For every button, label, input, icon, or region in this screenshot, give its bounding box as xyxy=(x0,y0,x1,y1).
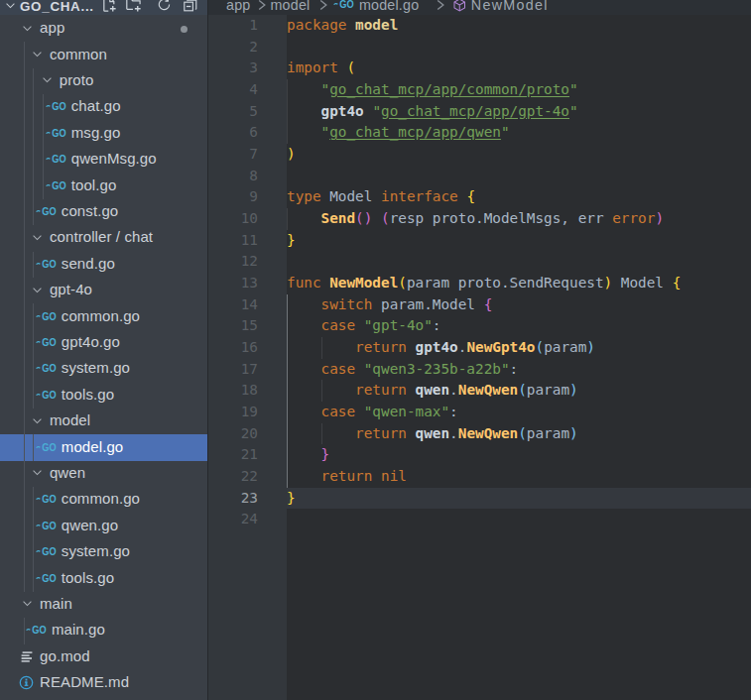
tree-item-label: go.mod xyxy=(40,647,90,664)
tree-folder-proto[interactable]: proto xyxy=(0,68,207,94)
tree-indent-guide xyxy=(33,68,34,225)
refresh-button[interactable] xyxy=(156,0,173,13)
tree-folder-gpt-4o[interactable]: gpt-4o xyxy=(0,278,207,303)
tree-file-tools.go[interactable]: GOtools.go xyxy=(0,383,207,408)
tree-file-chat.go[interactable]: GOchat.go xyxy=(0,94,207,120)
tree-file-readme.md[interactable]: README.md xyxy=(0,670,207,696)
tree-folder-qwen[interactable]: qwen xyxy=(0,461,207,487)
code-line-13[interactable]: func NewModel(param proto.SendRequest) M… xyxy=(287,273,681,294)
code-token: param xyxy=(527,425,569,441)
line-number[interactable]: 11 xyxy=(241,230,258,252)
code-token: NewGpt4o xyxy=(466,339,535,355)
explorer-section-header[interactable]: GO_CHA... xyxy=(0,0,207,15)
line-number[interactable]: 19 xyxy=(241,402,258,423)
tree-file-qwenmsg.go[interactable]: GOqwenMsg.go xyxy=(0,147,207,173)
tree-folder-app[interactable]: app xyxy=(0,16,207,42)
line-number[interactable]: 23 xyxy=(241,488,258,510)
line-number[interactable]: 13 xyxy=(241,273,258,294)
code-area[interactable]: 123456789101112131415161718192021222324 … xyxy=(208,15,751,700)
tree-file-common.go[interactable]: GOcommon.go xyxy=(0,487,207,513)
code-line-15[interactable]: case "gpt-4o": xyxy=(287,315,440,337)
tree-item-label: controller / chat xyxy=(50,228,153,245)
breadcrumb-item-newmodel[interactable]: NewModel xyxy=(452,0,549,13)
svg-text:GO: GO xyxy=(42,573,56,584)
code-line-16[interactable]: return gpt4o.NewGpt4o(param) xyxy=(287,337,595,359)
tree-file-msg.go[interactable]: GOmsg.go xyxy=(0,121,207,147)
code-line-10[interactable]: Send() (resp proto.ModelMsgs, err error) xyxy=(287,208,664,230)
code-line-9[interactable]: type Model interface { xyxy=(287,186,475,208)
code-line-23[interactable]: } xyxy=(287,488,296,510)
code-line-11[interactable]: } xyxy=(287,230,296,252)
code-line-3[interactable]: import ( xyxy=(287,58,355,79)
code-line-19[interactable]: case "qwen-max": xyxy=(287,402,458,423)
tree-item-label: qwen xyxy=(50,464,85,481)
tree-file-system.go[interactable]: GOsystem.go xyxy=(0,539,207,565)
line-number[interactable]: 16 xyxy=(241,337,258,359)
tree-folder-controller-chat[interactable]: controller / chat xyxy=(0,225,207,251)
code-token: " xyxy=(501,124,510,140)
go-file-icon: GO xyxy=(36,521,57,531)
line-number[interactable]: 3 xyxy=(249,58,258,79)
line-number[interactable]: 7 xyxy=(249,144,258,166)
code-line-17[interactable]: case "qwen3-235b-a22b": xyxy=(287,359,518,381)
line-number[interactable]: 5 xyxy=(249,101,258,123)
code-token: package xyxy=(287,17,346,33)
line-number[interactable]: 21 xyxy=(241,444,258,466)
code-line-14[interactable]: switch param.Model { xyxy=(287,294,492,316)
breadcrumb-item-app[interactable]: app xyxy=(226,0,250,13)
code-token: NewModel xyxy=(329,275,398,291)
indent-guide xyxy=(287,294,288,488)
line-number[interactable]: 1 xyxy=(249,15,258,37)
tree-file-const.go[interactable]: GOconst.go xyxy=(0,199,207,225)
line-number[interactable]: 6 xyxy=(249,122,258,144)
tree-folder-common[interactable]: common xyxy=(0,42,207,67)
line-number[interactable]: 14 xyxy=(241,294,258,316)
code-line-18[interactable]: return qwen.NewQwen(param) xyxy=(287,380,578,402)
tree-folder-main[interactable]: main xyxy=(0,592,207,618)
tree-file-qwen.go[interactable]: GOqwen.go xyxy=(0,514,207,539)
tree-file-go.mod[interactable]: go.mod xyxy=(0,644,207,670)
tree-file-main.go[interactable]: GOmain.go xyxy=(0,618,207,643)
line-number[interactable]: 22 xyxy=(241,466,258,488)
code-line-5[interactable]: gpt4o "go_chat_mcp/app/gpt-4o" xyxy=(287,101,578,123)
code-line-4[interactable]: "go_chat_mcp/app/common/proto" xyxy=(287,79,578,101)
new-file-button[interactable] xyxy=(100,0,117,13)
line-number[interactable]: 15 xyxy=(241,315,258,337)
tree-file-tools.go[interactable]: GOtools.go xyxy=(0,565,207,591)
tree-file-model.go[interactable]: GOmodel.go xyxy=(0,434,207,460)
code-line-20[interactable]: return qwen.NewQwen(param) xyxy=(287,423,578,445)
tree-file-system.go[interactable]: GOsystem.go xyxy=(0,356,207,382)
line-number[interactable]: 4 xyxy=(249,79,258,101)
code-token: ) xyxy=(586,339,595,355)
code-line-1[interactable]: package model xyxy=(287,15,398,37)
code-token xyxy=(287,404,321,419)
code-token: param xyxy=(527,382,569,398)
tree-file-common.go[interactable]: GOcommon.go xyxy=(0,303,207,329)
code-line-6[interactable]: "go_chat_mcp/app/qwen" xyxy=(287,122,510,144)
tree-folder-model[interactable]: model xyxy=(0,408,207,434)
line-number[interactable]: 18 xyxy=(241,380,258,402)
line-number[interactable]: 20 xyxy=(241,423,258,445)
editor-pane: appmodelGOmodel.goNewModel 1234567891011… xyxy=(207,0,751,700)
line-number[interactable]: 12 xyxy=(241,251,258,273)
code-line-21[interactable]: } xyxy=(287,444,329,466)
breadcrumb-item-model[interactable]: model xyxy=(270,0,310,13)
line-number[interactable]: 9 xyxy=(249,186,258,208)
code-line-22[interactable]: return nil xyxy=(287,466,407,488)
tree-file-gpt4o.go[interactable]: GOgpt4o.go xyxy=(0,330,207,356)
line-number[interactable]: 17 xyxy=(241,359,258,381)
code-line-7[interactable]: ) xyxy=(287,144,296,166)
new-folder-button[interactable] xyxy=(125,0,142,13)
tree-file-tool.go[interactable]: GOtool.go xyxy=(0,173,207,198)
code-token: interface xyxy=(381,188,458,204)
code-token: case xyxy=(321,404,356,419)
tree-file-send.go[interactable]: GOsend.go xyxy=(0,252,207,278)
line-number[interactable]: 2 xyxy=(249,37,258,58)
tree-item-label: tools.go xyxy=(62,386,114,403)
breadcrumb-item-model.go[interactable]: GOmodel.go xyxy=(333,0,419,13)
collapse-all-button[interactable] xyxy=(182,0,198,13)
line-number[interactable]: 10 xyxy=(241,208,258,230)
line-number[interactable]: 8 xyxy=(249,166,258,187)
line-number[interactable]: 24 xyxy=(241,509,258,530)
tree-item-label: common.go xyxy=(62,490,140,507)
